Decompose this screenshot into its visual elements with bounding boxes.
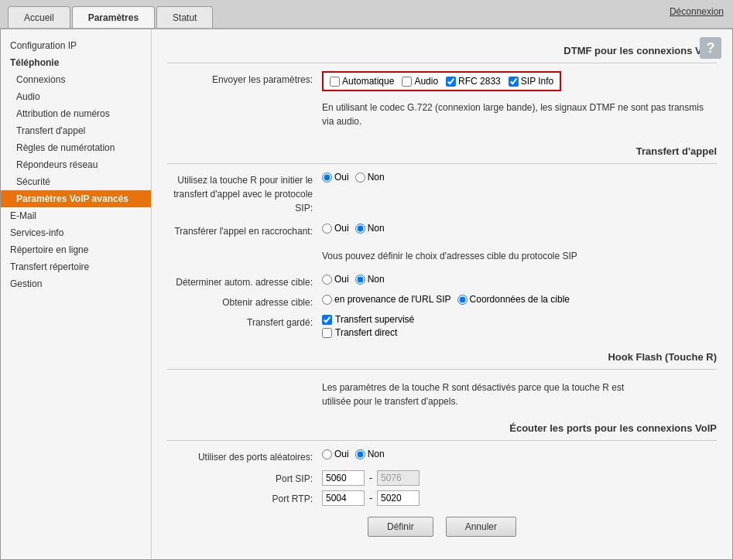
ports-r1-oui-label: Oui xyxy=(334,449,349,459)
transfert-r4-coords-input[interactable] xyxy=(457,295,468,305)
transfert-row3: Déterminer autom. adresse cible: Oui Non xyxy=(167,274,717,289)
transfert-direct-input[interactable] xyxy=(322,328,332,338)
deconnexion-link[interactable]: Déconnexion xyxy=(670,6,724,17)
transfert-row2: Transférer l'appel en raccrochant: Oui N… xyxy=(167,223,717,238)
transfert-r4-coords[interactable]: Coordonnées de la cible xyxy=(457,294,570,305)
port-rtp-start[interactable] xyxy=(322,490,365,506)
definir-button[interactable]: Définir xyxy=(368,517,433,537)
sidebar-item-transfert-appel[interactable]: Transfert d'appel xyxy=(1,122,151,139)
port-rtp-label: Port RTP: xyxy=(167,490,322,506)
transfert-r4-url-label: en provenance de l'URL SIP xyxy=(334,294,451,305)
transfert-r2-oui-label: Oui xyxy=(334,223,349,234)
transfert-r2-oui[interactable]: Oui xyxy=(322,223,349,234)
port-sip-label: Port SIP: xyxy=(167,470,322,486)
ports-section-header: Écouter les ports pour les connexions Vo… xyxy=(167,419,717,441)
address-note: Vous pouvez définir le choix d'adresses … xyxy=(322,249,577,263)
sidebar-item-regles-numerotation[interactable]: Règles de numérotation xyxy=(1,139,151,156)
main-container: Configuration IP Téléphonie Connexions A… xyxy=(0,28,733,560)
transfert-radio3: Oui Non xyxy=(322,274,717,285)
transfert-supervise-item[interactable]: Transfert supervisé xyxy=(322,314,717,325)
transfert-label2: Transférer l'appel en raccrochant: xyxy=(167,223,322,238)
dtmf-checkboxes: Automatique Audio RFC 2833 SIP Info xyxy=(322,71,717,91)
dtmf-check-audio-input[interactable] xyxy=(402,77,412,87)
transfert-row1: Utilisez la touche R pour initier le tra… xyxy=(167,172,717,215)
sidebar-item-repertoire-ligne[interactable]: Répertoire en ligne xyxy=(1,241,151,258)
port-rtp-end[interactable] xyxy=(377,490,420,506)
transfert-garde-options: Transfert supervisé Transfert direct xyxy=(322,314,717,340)
button-row: Définir Annuler xyxy=(167,517,717,537)
dtmf-info-row: En utilisant le codec G.722 (connexion l… xyxy=(167,97,717,136)
transfert-r1-oui-label: Oui xyxy=(334,172,349,183)
port-rtp-inputs: - xyxy=(322,490,717,506)
sidebar-section-telephonie: Téléphonie xyxy=(1,54,151,71)
sidebar-item-audio[interactable]: Audio xyxy=(1,88,151,105)
transfert-r1-oui[interactable]: Oui xyxy=(322,172,349,183)
sidebar-item-connexions[interactable]: Connexions xyxy=(1,71,151,88)
transfert-r2-oui-input[interactable] xyxy=(322,224,332,234)
port-sip-dash: - xyxy=(369,473,372,483)
hookflash-note-row: Les paramètres de la touche R sont désac… xyxy=(167,377,717,413)
sidebar-item-email[interactable]: E-Mail xyxy=(1,207,151,224)
ports-row1: Utiliser des ports aléatoires: Oui Non xyxy=(167,449,717,464)
sidebar-item-configuration-ip[interactable]: Configuration IP xyxy=(1,37,151,54)
transfert-radio1: Oui Non xyxy=(322,172,717,183)
port-sip-end[interactable] xyxy=(377,470,420,486)
tab-accueil[interactable]: Accueil xyxy=(8,6,70,28)
sidebar-item-services-info[interactable]: Services-info xyxy=(1,224,151,241)
transfert-r3-oui[interactable]: Oui xyxy=(322,274,349,285)
dtmf-check-automatique[interactable]: Automatique xyxy=(330,76,394,87)
transfert-radio4: en provenance de l'URL SIP Coordonnées d… xyxy=(322,294,717,305)
transfert-direct-label: Transfert direct xyxy=(335,327,397,338)
ports-r1-non[interactable]: Non xyxy=(355,449,385,459)
ports-r1-oui[interactable]: Oui xyxy=(322,449,349,459)
tab-statut[interactable]: Statut xyxy=(156,6,213,28)
transfert-r1-oui-input[interactable] xyxy=(322,172,332,183)
transfert-supervise-label: Transfert supervisé xyxy=(335,314,414,325)
transfert-r1-non[interactable]: Non xyxy=(355,172,385,183)
sidebar-item-repondeurs-reseau[interactable]: Répondeurs réseau xyxy=(1,156,151,173)
help-icon[interactable]: ? xyxy=(700,37,721,59)
port-sip-start[interactable] xyxy=(322,470,365,486)
dtmf-check-audio-label: Audio xyxy=(414,76,438,87)
ports-r1-non-input[interactable] xyxy=(355,449,365,459)
transfert-r3-non-input[interactable] xyxy=(355,275,365,285)
transfert-r4-url[interactable]: en provenance de l'URL SIP xyxy=(322,294,451,305)
transfert-row5: Transfert gardé: Transfert supervisé Tra… xyxy=(167,314,717,340)
sidebar-item-transfert-repertoire[interactable]: Transfert répertoire xyxy=(1,258,151,275)
sidebar-item-securite[interactable]: Sécurité xyxy=(1,173,151,190)
port-rtp-dash: - xyxy=(369,493,372,504)
sidebar-item-gestion[interactable]: Gestion xyxy=(1,275,151,292)
hookflash-note: Les paramètres de la touche R sont désac… xyxy=(322,381,632,408)
ports-r1-oui-input[interactable] xyxy=(322,449,332,459)
transfert-radio2: Oui Non xyxy=(322,223,717,234)
transfert-r1-non-input[interactable] xyxy=(355,172,365,183)
dtmf-info-text: En utilisant le codec G.722 (connexion l… xyxy=(322,101,717,128)
transfert-r3-oui-label: Oui xyxy=(334,274,349,285)
port-sip-inputs: - xyxy=(322,470,717,486)
dtmf-send-row: Envoyer les paramètres: Automatique Audi… xyxy=(167,71,717,91)
dtmf-check-audio[interactable]: Audio xyxy=(402,76,438,87)
dtmf-check-rfc2833[interactable]: RFC 2833 xyxy=(446,76,501,87)
dtmf-check-automatique-input[interactable] xyxy=(330,77,340,87)
transfert-direct-item[interactable]: Transfert direct xyxy=(322,327,717,338)
transfert-supervise-input[interactable] xyxy=(322,315,332,325)
dtmf-check-sipinfo-input[interactable] xyxy=(509,77,519,87)
dtmf-check-sipinfo-label: SIP Info xyxy=(521,76,553,87)
transfert-r2-non-input[interactable] xyxy=(355,224,365,234)
transfert-r2-non[interactable]: Non xyxy=(355,223,385,234)
dtmf-check-rfc2833-input[interactable] xyxy=(446,77,456,87)
transfert-r3-non-label: Non xyxy=(368,274,385,285)
dtmf-check-sipinfo[interactable]: SIP Info xyxy=(509,76,553,87)
sidebar-item-parametres-voip[interactable]: Paramètres VoIP avancés xyxy=(1,190,151,207)
ports-label1: Utiliser des ports aléatoires: xyxy=(167,449,322,464)
top-bar: Accueil Paramètres Statut Déconnexion xyxy=(0,0,733,28)
transfert-r3-non[interactable]: Non xyxy=(355,274,385,285)
dtmf-checkbox-group: Automatique Audio RFC 2833 SIP Info xyxy=(322,71,561,91)
sidebar-item-attribution-numeros[interactable]: Attribution de numéros xyxy=(1,105,151,122)
annuler-button[interactable]: Annuler xyxy=(446,517,516,537)
transfert-r2-non-label: Non xyxy=(368,223,385,234)
transfert-label4: Obtenir adresse cible: xyxy=(167,294,322,309)
transfert-r4-url-input[interactable] xyxy=(322,295,332,305)
tab-parametres[interactable]: Paramètres xyxy=(72,6,155,28)
transfert-r3-oui-input[interactable] xyxy=(322,275,332,285)
